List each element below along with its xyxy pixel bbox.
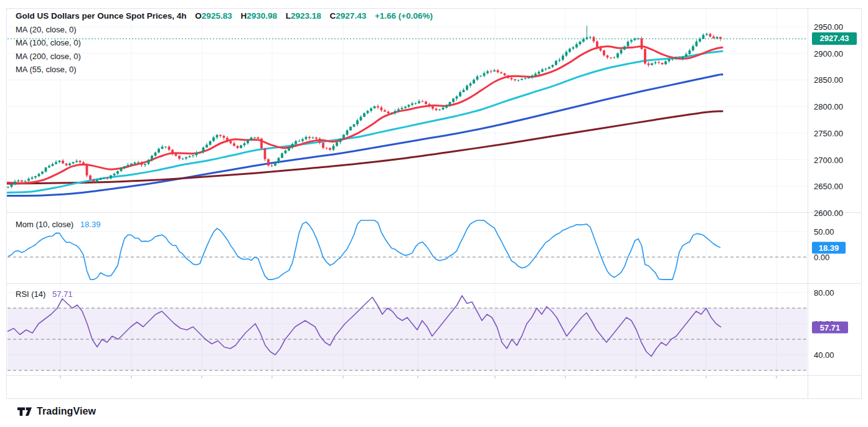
legend-ma-100[interactable]: MA (100, close, 0) xyxy=(16,38,433,47)
price-tick-label: 2850.00 xyxy=(814,75,843,85)
mom-value: 18.39 xyxy=(80,220,101,229)
mom-series xyxy=(8,220,720,279)
price-tick-label: 2650.00 xyxy=(814,182,843,191)
rsi-legend[interactable]: RSI (14) 57.71 xyxy=(16,289,73,299)
main-legend: Gold US Dollars per Ounce Spot Prices, 4… xyxy=(16,11,433,74)
mom-legend[interactable]: Mom (10, close) 18.39 xyxy=(16,220,100,229)
ma200-line xyxy=(7,111,722,184)
ohlc-high-value: 2930.98 xyxy=(247,11,277,21)
mom-tick-label: 0.00 xyxy=(814,253,829,262)
legend-ma-200[interactable]: MA (200, close, 0) xyxy=(16,52,433,61)
rsi-value: 57.71 xyxy=(52,289,73,299)
ohlc-change: +1.66 (+0.06%) xyxy=(375,11,433,21)
ohlc-open-label: O xyxy=(195,11,202,21)
separator-main-mom[interactable] xyxy=(6,212,862,213)
mom-tick-label: 50.00 xyxy=(814,227,834,237)
ohlc-low-value: 2923.18 xyxy=(291,11,321,21)
price-tick-label: 2900.00 xyxy=(814,49,843,58)
rsi-value-badge: 57.71 xyxy=(812,321,848,333)
symbol-title: Gold US Dollars per Ounce Spot Prices, 4… xyxy=(16,11,187,21)
tradingview-logo[interactable]: TradingView xyxy=(17,406,96,417)
price-tick-label: 2800.00 xyxy=(814,102,843,111)
ohlc-low-label: L xyxy=(286,11,291,21)
mom-label: Mom (10, close) xyxy=(16,220,73,229)
tradingview-logomark xyxy=(17,406,32,417)
price-tick-label: 2700.00 xyxy=(814,155,843,164)
rsi-tick-label: 80.00 xyxy=(814,288,834,298)
legend-ma-20[interactable]: MA (20, close, 0) xyxy=(16,25,433,34)
price-tick-label: 2950.00 xyxy=(814,22,843,32)
ohlc-open-value: 2925.83 xyxy=(202,11,232,21)
ohlc-close-label: C xyxy=(330,11,336,21)
ohlc-close-value: 2927.43 xyxy=(336,11,366,21)
widget-border-top xyxy=(6,8,862,9)
legend-ma-55[interactable]: MA (55, close, 0) xyxy=(16,65,433,74)
current-price-badge: 2927.43 xyxy=(812,32,857,45)
price-tick-label: 2750.00 xyxy=(814,128,843,138)
widget-border-left xyxy=(6,8,7,399)
mom-value-badge: 18.39 xyxy=(812,242,846,253)
separator-mom-rsi[interactable] xyxy=(6,283,862,284)
rsi-tick-label: 40.00 xyxy=(814,350,834,360)
ohlc-high-label: H xyxy=(240,11,247,21)
widget-border-bottom xyxy=(6,398,862,399)
chart-widget: Gold US Dollars per Ounce Spot Prices, 4… xyxy=(0,0,868,427)
rsi-label: RSI (14) xyxy=(16,289,45,299)
time-axis[interactable]: 1015192328Feb611141922 xyxy=(6,375,808,398)
tradingview-logo-text: TradingView xyxy=(37,406,96,417)
symbol-title-row[interactable]: Gold US Dollars per Ounce Spot Prices, 4… xyxy=(16,11,433,21)
